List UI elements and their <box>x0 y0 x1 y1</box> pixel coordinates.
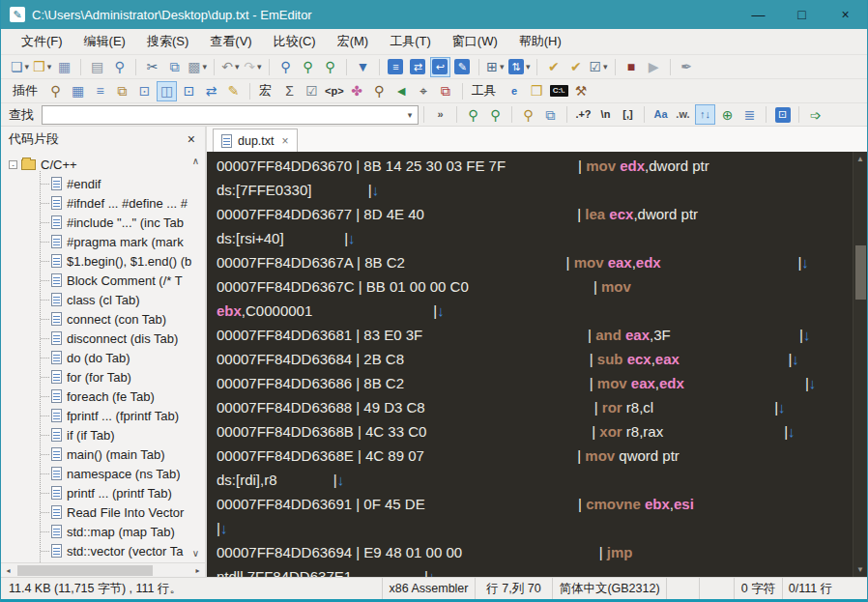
tree-root-c-cpp[interactable]: -C/C++ <box>1 155 205 174</box>
scroll-right-icon[interactable]: ▸ <box>190 563 205 577</box>
snippet-item-1[interactable]: #ifndef ... #define ... # <box>1 193 205 213</box>
no-wrap[interactable]: ≡ <box>386 57 406 77</box>
tool-hammer[interactable]: ⚒ <box>571 81 592 101</box>
macro-html[interactable]: <p> <box>324 81 345 101</box>
minimize-button[interactable]: — <box>737 0 780 29</box>
dropdown-arrow-icon[interactable]: ▾ <box>603 62 608 72</box>
snippet-item-2[interactable]: #include "..." (inc Tab <box>1 213 205 232</box>
find-toolbar-overflow[interactable]: » <box>430 104 450 125</box>
number-range-toggle[interactable]: ≣ <box>739 104 760 125</box>
tool-browser[interactable]: e <box>505 81 525 101</box>
match-case-toggle[interactable]: Aa <box>651 104 671 125</box>
plugin-converter[interactable]: ▦ <box>68 81 88 101</box>
find-combobox[interactable]: ▾ <box>42 105 419 125</box>
snippet-item-4[interactable]: $1.begin(), $1.end() (b <box>1 251 205 271</box>
filter[interactable]: ▼ <box>353 57 373 77</box>
snippet-item-7[interactable]: connect (con Tab) <box>1 309 205 329</box>
jump-button[interactable]: ➩ <box>805 104 825 125</box>
plugin-search[interactable]: ⚲ <box>45 81 66 101</box>
snippet-item-14[interactable]: main() (main Tab) <box>1 444 205 464</box>
tree-collapse-icon[interactable]: - <box>9 160 17 169</box>
menu-item-2[interactable]: 搜索(S) <box>136 29 199 54</box>
status-empty-1[interactable] <box>666 578 699 599</box>
menu-item-0[interactable]: 文件(F) <box>11 29 73 54</box>
new-file[interactable]: ❏▾ <box>10 57 30 77</box>
macro-copy[interactable]: ⧉ <box>436 81 456 101</box>
snippet-item-19[interactable]: std::vector (vector Ta <box>1 541 205 560</box>
wrap-by-window[interactable]: ⇄ <box>408 57 428 77</box>
snippet-item-15[interactable]: namespace (ns Tab) <box>1 464 205 483</box>
snippet-item-3[interactable]: #pragma mark (mark <box>1 232 205 251</box>
plugin-split-window[interactable]: ◫ <box>157 81 177 101</box>
maximize-button[interactable]: □ <box>780 0 824 29</box>
insert-special-chars[interactable]: ✔ <box>565 57 586 77</box>
snippets-hscrollbar[interactable]: ◂ ▸ <box>1 562 205 577</box>
syntax-mode[interactable]: x86 Assembler <box>382 578 475 599</box>
combo-dropdown-icon[interactable]: ▾ <box>402 110 418 120</box>
copy[interactable]: ⧉ <box>164 57 185 77</box>
redo[interactable]: ↷▾ <box>243 57 263 77</box>
snippet-item-16[interactable]: printf ... (printf Tab) <box>1 483 205 502</box>
save-file[interactable]: ▦ <box>54 57 74 77</box>
undo[interactable]: ↶▾ <box>220 57 241 77</box>
editor-vscrollbar[interactable]: ▲ ▼ <box>853 152 867 577</box>
bookmark-options[interactable]: ☑▾ <box>588 57 608 77</box>
find-next-doc[interactable]: ⚲ <box>320 57 340 77</box>
panel-close-icon[interactable]: × <box>186 131 197 147</box>
record-macro[interactable]: ■ <box>622 57 642 77</box>
dropdown-arrow-icon[interactable]: ▾ <box>257 62 262 72</box>
macro-colors[interactable]: ✤ <box>347 81 367 101</box>
menu-item-3[interactable]: 查看(V) <box>199 29 262 54</box>
snippet-item-0[interactable]: #endif <box>1 174 205 193</box>
width-match-toggle[interactable]: ⊕ <box>717 104 738 125</box>
dropdown-arrow-icon[interactable]: ▾ <box>500 62 505 72</box>
play-macro[interactable]: ▶ <box>644 57 664 77</box>
extract-all[interactable]: ⧉ <box>540 104 561 125</box>
text-editor[interactable]: 00007FF84DD63670 | 8B 14 25 30 03 FE 7F … <box>207 152 867 577</box>
pin[interactable]: ✒ <box>677 57 697 77</box>
paste[interactable]: ▩▾ <box>187 57 208 77</box>
insert-special-char[interactable]: ✔ <box>543 57 564 77</box>
selection-lines[interactable]: 0/111 行 <box>782 578 838 599</box>
tool-folder[interactable]: ❒ <box>527 81 547 101</box>
snippet-item-13[interactable]: if (if Tab) <box>1 425 205 444</box>
resize-grip[interactable] <box>838 578 867 599</box>
find[interactable]: ⚲ <box>275 57 296 77</box>
close-button[interactable]: × <box>824 0 867 29</box>
wrap-by-char[interactable]: ↩ <box>430 57 450 77</box>
wrap-by-page[interactable]: ✎ <box>452 57 473 77</box>
sync-scroll[interactable]: ⇅▾ <box>507 57 532 77</box>
highlight-all[interactable]: ⚲ <box>518 104 538 125</box>
display-settings[interactable]: ⊡ <box>772 104 793 125</box>
outline[interactable]: ⊞▾ <box>485 57 506 77</box>
menu-item-8[interactable]: 帮助(H) <box>508 29 572 54</box>
snippet-item-6[interactable]: class (cl Tab) <box>1 290 205 309</box>
snippet-item-11[interactable]: foreach (fe Tab) <box>1 387 205 406</box>
selection-chars[interactable]: 0 字符 <box>734 578 782 599</box>
menu-item-7[interactable]: 窗口(W) <box>442 29 508 54</box>
plugin-projects[interactable]: ⧉ <box>112 81 132 101</box>
escape-toggle[interactable]: \n <box>595 104 616 125</box>
menu-item-6[interactable]: 工具(T) <box>379 29 442 54</box>
menu-item-5[interactable]: 宏(M) <box>327 29 380 54</box>
find-previous[interactable]: ⚲ <box>463 104 483 125</box>
dropdown-arrow-icon[interactable]: ▾ <box>235 62 240 72</box>
snippet-item-12[interactable]: fprintf ... (fprintf Tab) <box>1 406 205 425</box>
dropdown-arrow-icon[interactable]: ▾ <box>47 62 52 72</box>
vscroll-thumb[interactable] <box>855 245 866 300</box>
print[interactable]: ▤ <box>87 57 107 77</box>
dropdown-arrow-icon[interactable]: ▾ <box>25 62 30 72</box>
snippet-item-18[interactable]: std::map (map Tab) <box>1 522 205 541</box>
dropdown-arrow-icon[interactable]: ▾ <box>202 62 207 72</box>
macro-run[interactable]: ☑ <box>302 81 322 101</box>
scroll-up-icon[interactable]: ▲ <box>854 152 867 166</box>
regex-toggle[interactable]: .+? <box>573 104 593 125</box>
plugin-search-window[interactable]: ⊡ <box>134 81 155 101</box>
snippet-item-9[interactable]: do (do Tab) <box>1 348 205 367</box>
find-next[interactable]: ⚲ <box>485 104 506 125</box>
macro-back[interactable]: ◄ <box>391 81 412 101</box>
find-previous-doc[interactable]: ⚲ <box>298 57 318 77</box>
open-file[interactable]: ❒▾ <box>32 57 52 77</box>
cursor-position[interactable]: 行 7,列 70 <box>475 578 552 599</box>
find-input[interactable] <box>43 107 402 123</box>
